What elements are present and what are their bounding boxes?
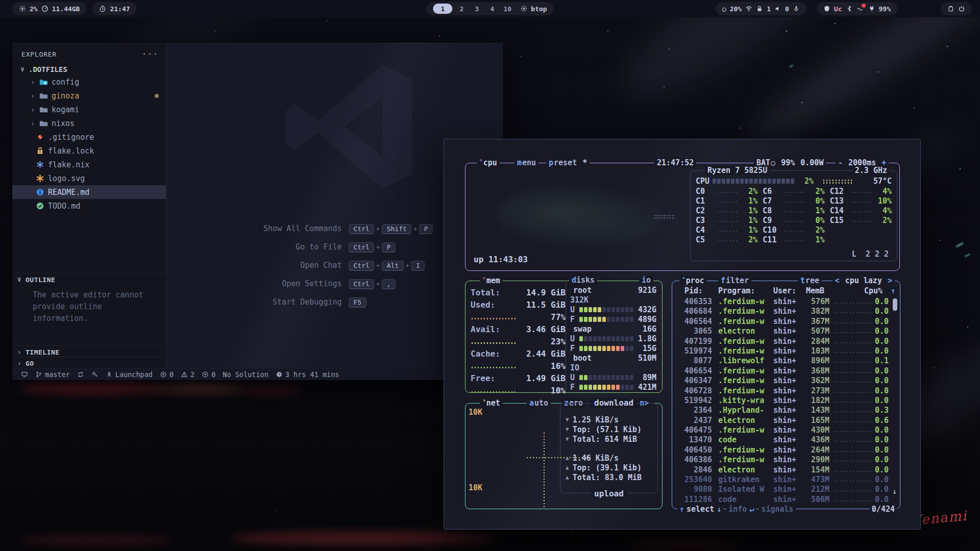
net-box-title[interactable]: ³net [480,398,503,408]
process-row[interactable]: 406347.ferdium-wshin+362M0.0 [672,376,900,386]
system-stats-pill[interactable]: 2% 11.44GB [12,2,86,15]
mem-stat-label: Cache: [471,349,500,359]
process-row[interactable]: 519942.kitty-wrashin+182M0.0 [672,396,900,406]
uc-tray-icon[interactable]: Uc [834,5,842,13]
preset-button[interactable]: preset * [546,158,590,167]
cpu-box-title[interactable]: ¹cpu [477,158,500,167]
mic-icon[interactable] [793,5,800,12]
workspace-1[interactable]: 1 [433,4,452,14]
statusbar-solution[interactable]: No Solution [219,368,272,380]
process-row[interactable]: 406654.ferdium-wshin+368M0.0 [672,366,900,376]
power-icon[interactable] [958,5,965,12]
tree-item-logo-svg[interactable]: logo.svg [12,171,166,185]
meter-block [630,307,633,312]
vpn-shield-icon[interactable] [823,5,830,12]
disks-title[interactable]: disks [569,276,597,285]
proc-scrollbar[interactable] [893,298,897,311]
process-row[interactable]: 111286codeshin+506M0.0 [672,495,900,505]
check-icon [36,202,44,210]
workspace-2[interactable]: 2 [455,4,468,14]
speaker-icon[interactable] [774,5,781,12]
process-row[interactable]: 2437electronshin+165M0.6 [672,416,900,425]
wifi-icon[interactable] [745,5,752,12]
tree-item-todo-md[interactable]: TODO.md [12,199,166,213]
clipboard-icon[interactable] [947,5,954,12]
outline-section-header[interactable]: ∨ OUTLINE [12,273,166,286]
io-toggle[interactable]: io [639,276,653,285]
proc-cell: 13470 [675,435,712,444]
mem-stat-total: Total:14.9 GiB [471,286,566,298]
proc-tree-button[interactable]: tree [798,276,822,285]
process-row[interactable]: 406353.ferdium-wshin+576M0.0 [672,297,900,307]
city-light-glow [240,386,301,394]
process-row[interactable]: 406684.ferdium-wshin+382M0.0 [672,307,900,316]
net-auto-button[interactable]: auto [527,398,551,408]
process-row[interactable]: 519974.ferdium-wshin+103M0.0 [672,346,900,356]
workspace-4[interactable]: 4 [486,4,498,14]
explorer-more-icon[interactable]: ··· [142,49,159,59]
proc-cell: .kitty-wra [718,396,764,405]
proc-box-title[interactable]: ⁴proc [679,276,707,285]
proc-cell: 273M [801,386,829,395]
statusbar-errors[interactable]: 0 [156,368,177,380]
statusbar-feedback[interactable]: 0 [198,368,219,380]
workspace-3[interactable]: 3 [471,4,483,14]
process-row[interactable]: 406450.ferdium-wshin+264M0.0 [672,445,900,455]
special-workspace-label[interactable]: btop [531,5,547,13]
statusbar-time-tracker[interactable]: 3 hrs 41 mins [272,368,343,380]
process-row[interactable]: 3065electronshin+507M0.0 [672,327,900,336]
file-tree: ›config›ginoza›kogami›nixos.gitignorefla… [12,75,166,213]
process-row[interactable]: 2364.Hyprland-shin+143M0.3 [672,406,900,415]
proc-filter-button[interactable]: filter [718,276,751,285]
mem-box-title[interactable]: ²mem [480,276,503,285]
process-row[interactable]: 406564.ferdium-wshin+367M0.0 [672,317,900,327]
disk-uf-label: U [570,334,577,343]
statusbar-warnings[interactable]: 2 [177,368,198,380]
project-root-row[interactable]: ∨ .DOTFILES [12,64,166,75]
tree-item-flake-lock[interactable]: flake.lock [12,144,166,158]
process-row[interactable]: 13470codeshin+436M0.0 [672,435,900,445]
process-row[interactable]: 407199.ferdium-wshin+284M0.0 [672,337,900,346]
process-row[interactable]: 2846electronshin+154M0.0 [672,465,900,475]
statusbar-remote-indicator[interactable] [17,368,32,380]
core-pct: 2% [740,187,757,196]
folder-config-icon [39,78,48,86]
process-row[interactable]: 253640gitkrakenshin+473M0.0 [672,475,900,485]
meter-block [625,375,629,380]
core-row-c10: C102% [763,225,824,235]
tree-item--gitignore[interactable]: .gitignore [12,130,166,144]
menu-button[interactable]: menu [514,158,538,167]
proc-sort-selector[interactable]: < cpu lazy > [832,276,895,285]
bluetooth-icon[interactable] [846,5,853,12]
select-hint[interactable]: ↑select↓ [677,505,723,514]
process-row[interactable]: 406386.ferdium-wshin+290M0.0 [672,455,900,465]
process-row[interactable]: 406728.ferdium-wshin+273M0.0 [672,386,900,396]
scroll-down-icon[interactable]: ↓ [893,487,897,495]
city-light-glow [153,384,245,394]
tree-item-config[interactable]: ›config [12,75,166,89]
tree-item-readme-md[interactable]: README.md [12,185,166,199]
recorder-tray-icon[interactable] [856,5,865,12]
tree-item-flake-nix[interactable]: flake.nix [12,158,166,171]
proc-columns-header[interactable]: Pid: Program: User: MemB Cpu% ↑ [672,286,900,296]
disk-name: swap [570,324,592,334]
process-row[interactable]: 406475.ferdium-wshin+430M0.0 [672,425,900,435]
workspace-10[interactable]: 10 [501,4,513,14]
signals-hint[interactable]: signals [759,505,795,514]
clock-pill[interactable]: 21:47 [92,2,136,15]
hardware-pill[interactable]: ○ 20% 1 0 [716,2,806,15]
tree-item-ginoza[interactable]: ›ginoza [12,89,166,103]
proc-cell: 182M [801,396,829,405]
tree-item-kogami[interactable]: ›kogami [12,103,166,116]
keyboard-shortcut-hints: Show All CommandsCtrl+Shift+PGo to FileC… [237,223,433,308]
statusbar-git-branch[interactable]: master [32,368,74,380]
statusbar-tools[interactable] [88,368,102,380]
kbd-key: F5 [349,297,366,307]
info-hint[interactable]: info↵ [726,505,756,514]
statusbar-launchpad[interactable]: Launchpad [102,368,156,380]
statusbar-sync[interactable] [74,368,88,380]
process-row[interactable]: 8077.librewolfshin+896M0.1 [672,356,900,366]
go-section-header[interactable]: › GO [12,357,166,369]
tree-item-nixos[interactable]: ›nixos [12,116,166,130]
process-row[interactable]: 9080Isolated Wshin+212M0.0 [672,485,900,494]
